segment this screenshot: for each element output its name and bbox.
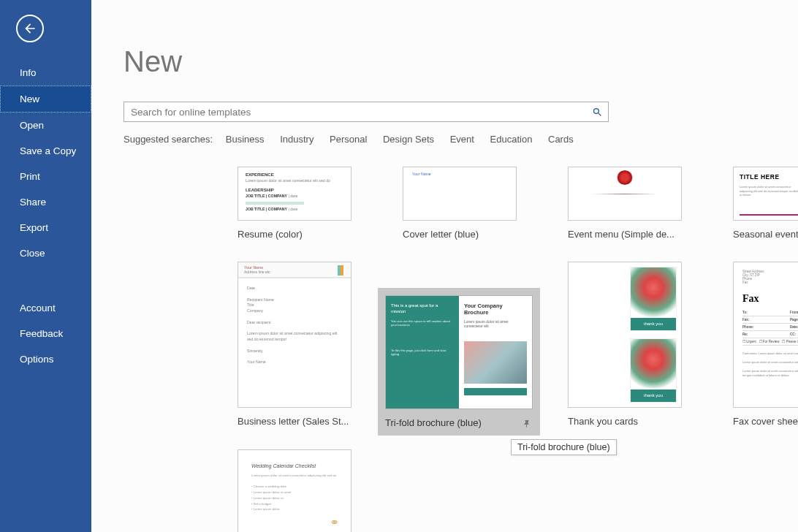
template-fax-cover[interactable]: Street AddressCity, ST ZIPPhoneFax Compa… xyxy=(733,262,798,427)
suggested-event[interactable]: Event xyxy=(450,134,474,145)
wedding-title-text: Wedding Calendar Checklist xyxy=(251,463,338,468)
flyer-title-text: TITLE HERE xyxy=(740,173,798,180)
suggested-label: Suggested searches: xyxy=(123,134,213,145)
nav-options[interactable]: Options xyxy=(0,346,91,372)
suggested-education[interactable]: Education xyxy=(490,134,533,145)
search-icon xyxy=(592,107,603,118)
template-seasonal-flyer[interactable]: TITLE HERE Lorem ipsum dolor sit amet co… xyxy=(733,167,798,240)
nav-new[interactable]: New xyxy=(0,86,91,113)
nav-export[interactable]: Export xyxy=(0,215,91,240)
back-button[interactable] xyxy=(16,15,44,42)
search-button[interactable] xyxy=(586,102,608,121)
backstage-sidebar: Info New Open Save a Copy Print Share Ex… xyxy=(0,0,91,532)
template-label: Tri-fold brochure (blue) xyxy=(385,417,533,428)
template-trifold-brochure[interactable]: This is a great spot for a mission You c… xyxy=(378,288,540,436)
search-input[interactable] xyxy=(124,102,586,121)
arrow-left-icon xyxy=(23,21,37,36)
nav-close[interactable]: Close xyxy=(0,240,91,266)
template-cover-letter-blue[interactable]: Your Name Cover letter (blue) xyxy=(403,167,517,240)
nav-print[interactable]: Print xyxy=(0,164,91,189)
page-title: New xyxy=(123,45,798,78)
nav-save-copy[interactable]: Save a Copy xyxy=(0,138,91,164)
template-label: Fax cover sheet (Profess... xyxy=(733,416,798,427)
template-wedding-checklist[interactable]: Wedding Calendar Checklist Lorem ipsum d… xyxy=(238,449,352,532)
template-business-letter[interactable]: Your NameAddress line etc Date Recipient… xyxy=(238,262,352,427)
nav-share[interactable]: Share xyxy=(0,189,91,215)
brochure-title-text: Your Company Brochure xyxy=(464,303,527,316)
template-label: Cover letter (blue) xyxy=(403,229,517,240)
nav-open[interactable]: Open xyxy=(0,113,91,138)
template-resume-color[interactable]: EXPERIENCE Lorem ipsum dolor sit amet co… xyxy=(238,167,352,240)
suggested-personal[interactable]: Personal xyxy=(330,134,367,145)
template-thank-you-cards[interactable]: thank you thank you Thank you cards xyxy=(568,262,682,427)
template-label: Resume (color) xyxy=(238,229,352,240)
template-label: Seasonal event flyer xyxy=(733,229,798,240)
template-label: Business letter (Sales St... xyxy=(238,416,352,427)
nav-list-bottom: Account Feedback Options xyxy=(0,295,91,372)
suggested-cards[interactable]: Cards xyxy=(548,134,574,145)
brochure-spot-text: This is a great spot for a mission xyxy=(391,303,454,315)
suggested-searches: Suggested searches: Business Industry Pe… xyxy=(123,134,798,145)
nav-feedback[interactable]: Feedback xyxy=(0,321,91,346)
template-label: Event menu (Simple de... xyxy=(568,229,682,240)
templates-area: EXPERIENCE Lorem ipsum dolor sit amet co… xyxy=(123,167,798,532)
template-tooltip: Tri-fold brochure (blue) xyxy=(511,439,617,455)
suggested-business[interactable]: Business xyxy=(226,134,265,145)
nav-account[interactable]: Account xyxy=(0,295,91,321)
template-search xyxy=(123,102,609,122)
main-panel: New Suggested searches: Business Industr… xyxy=(91,0,798,532)
template-label: Thank you cards xyxy=(568,416,682,427)
suggested-design-sets[interactable]: Design Sets xyxy=(383,134,434,145)
suggested-industry[interactable]: Industry xyxy=(280,134,314,145)
nav-list-top: Info New Open Save a Copy Print Share Ex… xyxy=(0,60,91,266)
nav-info[interactable]: Info xyxy=(0,60,91,86)
fax-heading: Fax xyxy=(742,293,798,305)
pin-icon[interactable] xyxy=(522,419,531,428)
template-event-menu[interactable]: Event menu (Simple de... xyxy=(568,167,682,240)
tooltip-text: Tri-fold brochure (blue) xyxy=(517,442,610,452)
